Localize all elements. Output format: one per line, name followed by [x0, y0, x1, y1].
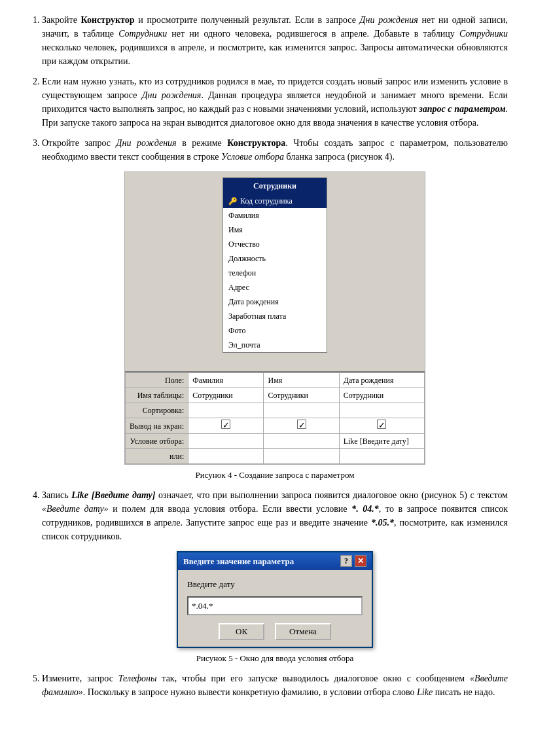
item3-text: Откройте запрос Дни рождения в режиме Ко…	[42, 138, 508, 162]
qd-field-2: Имя	[223, 223, 327, 237]
qd-field-9: Фото	[223, 323, 327, 338]
val-table-2: Сотрудники	[264, 388, 339, 403]
qd-field-5: телефон	[223, 266, 327, 280]
figure5-container: Введите значение параметра ? ✕ Введите д…	[42, 551, 508, 665]
dialog-help-icon[interactable]: ?	[340, 555, 352, 567]
grid-row-or: или:	[126, 449, 425, 464]
grid-row-condition: Условие отбора: Like [Введите дату]	[126, 434, 425, 449]
dialog-titlebar: Введите значение параметра ? ✕	[178, 552, 372, 571]
grid-row-display: Вывод на экран:	[126, 418, 425, 434]
val-pole-3: Дата рождения	[339, 373, 424, 388]
dialog-titlebar-icons: ? ✕	[340, 555, 366, 567]
val-or-1	[188, 449, 264, 464]
grid-row-table: Имя таблицы: Сотрудники Сотрудники Сотру…	[126, 388, 425, 403]
val-or-3	[339, 449, 424, 464]
figure5-caption: Рисунок 5 - Окно для ввода условия отбор…	[196, 652, 353, 665]
val-pole-2: Имя	[264, 373, 339, 388]
qd-table-box: Сотрудники 🔑 Код сотрудника Фамилия Имя …	[222, 177, 327, 353]
dialog-input-field[interactable]: *.04.*	[187, 596, 363, 616]
qd-table-title: Сотрудники	[223, 178, 327, 194]
bold-italic-zapros: запрос с параметром	[419, 104, 505, 114]
val-sort-2	[264, 403, 339, 418]
qd-top-area: Сотрудники 🔑 Код сотрудника Фамилия Имя …	[125, 172, 425, 358]
qd-field-4: Должность	[223, 251, 327, 266]
italic-uslovie: Условие отбора	[221, 152, 284, 162]
qd-field-1: Фамилия	[223, 208, 327, 223]
italic-sotrudniki2: Сотрудники	[459, 29, 508, 39]
qd-field-10: Эл_почта	[223, 338, 327, 352]
dialog-body: Введите дату *.04.* ОК Отмена	[178, 570, 372, 647]
label-sort: Сортировка:	[126, 403, 188, 418]
label-pole: Поле:	[126, 373, 188, 388]
figure4-container: Сотрудники 🔑 Код сотрудника Фамилия Имя …	[42, 171, 508, 482]
val-sort-3	[339, 403, 424, 418]
qd-field-8: Заработная плата	[223, 309, 327, 323]
query-designer: Сотрудники 🔑 Код сотрудника Фамилия Имя …	[124, 171, 425, 465]
list-item-4: Запись Like [Введите дату] означает, что…	[42, 488, 508, 665]
checkbox-1	[221, 420, 230, 429]
italic-like: Like	[417, 687, 433, 697]
dialog-box: Введите значение параметра ? ✕ Введите д…	[177, 551, 373, 649]
val-sort-1	[188, 403, 264, 418]
list-item-1: Закройте Конструктор и просмотрите получ…	[42, 13, 508, 68]
italic-dni3: Дни рождения	[116, 138, 177, 148]
key-icon: 🔑	[228, 196, 238, 207]
label-display: Вывод на экран:	[126, 418, 188, 434]
bold-italic-like: Like [Введите дату]	[71, 490, 155, 500]
val-display-2	[264, 418, 339, 434]
list-item-5: Измените, запрос Телефоны так, чтобы при…	[42, 672, 508, 699]
list-item-3: Откройте запрос Дни рождения в режиме Ко…	[42, 136, 508, 482]
qd-grid: Поле: Фамилия Имя Дата рождения Имя табл…	[125, 372, 425, 464]
val-or-2	[264, 449, 339, 464]
italic-dni: Дни рождения	[360, 15, 418, 25]
figure4-caption: Рисунок 4 - Создание запроса с параметро…	[196, 469, 355, 482]
qd-bottom-area: Поле: Фамилия Имя Дата рождения Имя табл…	[125, 371, 425, 464]
label-condition: Условие отбора:	[126, 434, 188, 449]
italic-dni2: Дни рождения	[142, 90, 202, 100]
bold-italic-cond: *. 04.*	[351, 504, 379, 514]
val-pole-1: Фамилия	[188, 373, 264, 388]
val-condition-1	[188, 434, 264, 449]
grid-row-field: Поле: Фамилия Имя Дата рождения	[126, 373, 425, 388]
italic-telefony: Телефоны	[118, 674, 157, 683]
item4-text: Запись Like [Введите дату] означает, что…	[42, 490, 508, 541]
list-item-2: Если нам нужно узнать, кто из сотруднико…	[42, 75, 508, 130]
val-condition-3: Like [Введите дату]	[339, 434, 424, 449]
dialog-ok-button[interactable]: ОК	[219, 623, 264, 640]
bold-konstruktor: Конструктор	[81, 15, 135, 25]
qd-spacer	[125, 358, 425, 371]
qd-field-7: Дата рождения	[223, 295, 327, 309]
dialog-prompt: Введите дату	[187, 578, 363, 591]
label-table: Имя таблицы:	[126, 388, 188, 403]
qd-field-3: Отчество	[223, 237, 327, 251]
dialog-cancel-button[interactable]: Отмена	[275, 623, 331, 640]
val-display-3	[339, 418, 424, 434]
bold-konstruktora: Конструктора	[227, 138, 285, 148]
val-table-3: Сотрудники	[339, 388, 424, 403]
italic-sotrudniki: Сотрудники	[118, 29, 167, 39]
dialog-buttons: ОК Отмена	[187, 623, 363, 640]
dialog-title-text: Введите значение параметра	[183, 555, 294, 568]
checkbox-3	[377, 420, 386, 429]
label-or: или:	[126, 449, 188, 464]
item5-text: Измените, запрос Телефоны так, чтобы при…	[42, 674, 508, 697]
val-condition-2	[264, 434, 339, 449]
dialog-close-icon[interactable]: ✕	[355, 555, 366, 567]
italic-vvedite-fam: «Введите фамилию»	[42, 674, 508, 697]
qd-field-6: Адрес	[223, 280, 327, 295]
item1-text: Закройте Конструктор и просмотрите получ…	[42, 15, 508, 66]
item2-text: Если нам нужно узнать, кто из сотруднико…	[42, 77, 508, 128]
grid-row-sort: Сортировка:	[126, 403, 425, 418]
val-display-1	[188, 418, 264, 434]
bold-italic-cond2: *.05.*	[371, 518, 394, 528]
italic-vvedite: «Введите дату»	[42, 504, 109, 514]
val-table-1: Сотрудники	[188, 388, 264, 403]
qd-field-name-0: Код сотрудника	[240, 195, 293, 207]
qd-field-selected: 🔑 Код сотрудника	[223, 194, 327, 208]
checkbox-2	[297, 420, 306, 429]
main-list: Закройте Конструктор и просмотрите получ…	[26, 13, 508, 699]
